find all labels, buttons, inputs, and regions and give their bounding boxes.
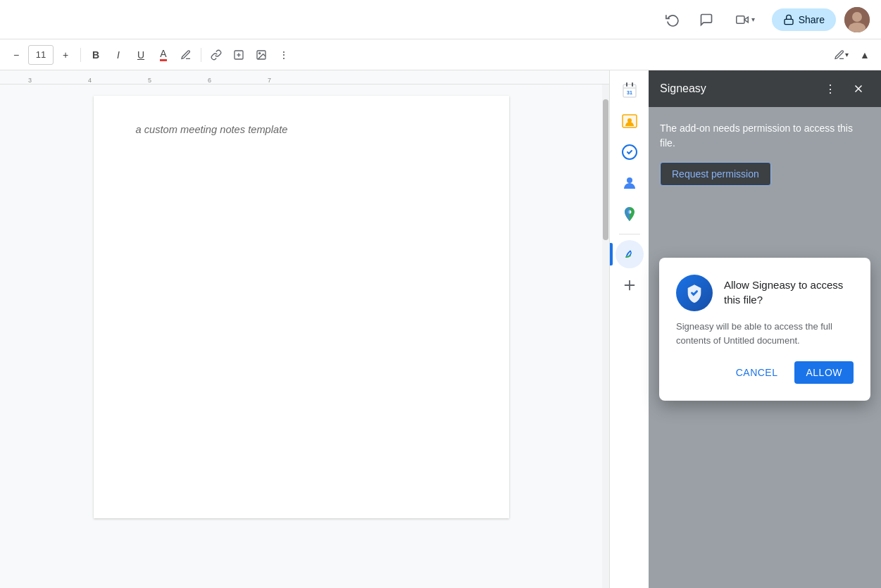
share-label: Share — [799, 14, 825, 25]
svg-marker-0 — [744, 17, 748, 23]
dialog-header: Allow Signeasy to access this file? — [676, 275, 854, 311]
divider-2 — [201, 48, 201, 62]
pencil-dropdown-button[interactable]: ▾ — [830, 44, 853, 65]
doc-scroll-area[interactable]: a custom meeting notes template — [0, 85, 602, 588]
signeasy-panel: Signeasy ⋮ The add-on needs permission t… — [649, 70, 881, 588]
svg-point-21 — [622, 246, 637, 262]
highlight-button[interactable] — [175, 44, 196, 65]
ruler-mark-5: 5 — [148, 77, 151, 84]
sidebar-icons: 31 — [609, 70, 649, 588]
link-button[interactable] — [206, 44, 227, 65]
italic-button[interactable]: I — [108, 44, 129, 65]
history-button[interactable] — [660, 7, 685, 32]
ruler: 3 4 5 6 7 — [0, 70, 609, 85]
people-icon-btn[interactable] — [616, 169, 644, 197]
sidebar-divider — [619, 234, 640, 234]
collapse-button[interactable]: ▲ — [854, 44, 875, 65]
doc-area: 3 4 5 6 7 a custom meeting notes templat… — [0, 70, 609, 588]
calendar-icon-btn[interactable]: 31 — [616, 76, 644, 104]
bold-button[interactable]: B — [85, 44, 106, 65]
format-toolbar: − + B I U A — [0, 39, 881, 70]
increase-font-button[interactable]: + — [55, 44, 76, 65]
doc-page: a custom meeting notes template — [94, 96, 509, 518]
dialog-overlay: Allow Signeasy to access this file? Sign… — [649, 70, 881, 588]
underline-button[interactable]: U — [130, 44, 151, 65]
decrease-font-button[interactable]: − — [6, 44, 27, 65]
main-area: 3 4 5 6 7 a custom meeting notes templat… — [0, 70, 881, 588]
dialog-title: Allow Signeasy to access this file? — [724, 275, 854, 307]
cancel-button[interactable]: CANCEL — [725, 361, 789, 384]
dialog-body: Signeasy will be able to access the full… — [676, 320, 854, 347]
tasks-icon-btn[interactable] — [616, 138, 644, 166]
svg-point-4 — [852, 12, 862, 22]
ruler-mark-7: 7 — [268, 77, 271, 84]
avatar[interactable] — [844, 7, 870, 32]
video-button[interactable]: ▾ — [727, 9, 763, 30]
chat-button[interactable] — [694, 7, 719, 32]
allow-button[interactable]: ALLOW — [794, 361, 854, 384]
svg-rect-2 — [785, 19, 793, 24]
shield-icon — [676, 275, 713, 311]
scrollbar-track[interactable] — [602, 85, 609, 588]
active-indicator — [610, 243, 613, 265]
svg-rect-1 — [736, 15, 744, 23]
more-button[interactable]: ⋮ — [273, 44, 294, 65]
signeasy-icon-btn[interactable] — [616, 240, 644, 268]
ruler-mark-4: 4 — [88, 77, 92, 84]
font-color-button[interactable]: A — [153, 44, 174, 65]
maps-icon-btn[interactable] — [616, 200, 644, 228]
doc-text: a custom meeting notes template — [136, 124, 467, 135]
image-button[interactable] — [251, 44, 272, 65]
ruler-mark-3: 3 — [28, 77, 32, 84]
svg-text:31: 31 — [627, 90, 632, 95]
insert-button[interactable] — [228, 44, 249, 65]
font-size-group: − + — [6, 44, 76, 65]
ruler-mark-6: 6 — [208, 77, 211, 84]
scrollbar-thumb[interactable] — [603, 99, 608, 240]
top-toolbar: ▾ Share — [0, 0, 881, 39]
dialog-actions: CANCEL ALLOW — [676, 361, 854, 384]
add-addon-button[interactable] — [616, 271, 644, 299]
video-dropdown-icon: ▾ — [751, 15, 755, 23]
ruler-marks: 3 4 5 6 7 — [0, 70, 609, 84]
contacts-icon-btn[interactable] — [616, 107, 644, 135]
permission-dialog: Allow Signeasy to access this file? Sign… — [659, 258, 870, 401]
divider-1 — [80, 48, 81, 62]
font-size-input[interactable] — [28, 45, 54, 65]
svg-point-20 — [627, 177, 632, 183]
share-button[interactable]: Share — [772, 8, 836, 31]
svg-point-10 — [259, 52, 261, 54]
